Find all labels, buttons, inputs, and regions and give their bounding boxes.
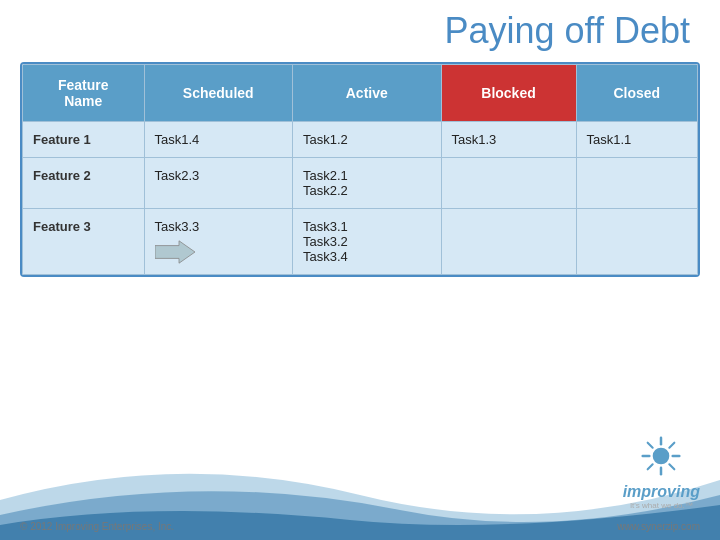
svg-line-8 xyxy=(670,464,675,469)
arrow-icon xyxy=(155,240,195,264)
logo-sunburst xyxy=(636,431,686,481)
header-closed: Closed xyxy=(576,65,698,122)
feature-2-name: Feature 2 xyxy=(23,158,145,209)
table-row: Feature 3 Task3.3 Task3.1Task3.2Task3.4 xyxy=(23,209,698,275)
footer-url: www.synerzip.com xyxy=(617,521,700,532)
svg-marker-0 xyxy=(155,241,195,263)
logo-tagline: It's what we do.™ xyxy=(630,501,693,510)
svg-line-7 xyxy=(648,443,653,448)
feature-2-scheduled: Task2.3 xyxy=(144,158,293,209)
svg-point-1 xyxy=(653,448,670,465)
header-active: Active xyxy=(293,65,442,122)
logo-area: improving It's what we do.™ xyxy=(623,431,700,510)
feature-3-scheduled: Task3.3 xyxy=(144,209,293,275)
header-blocked: Blocked xyxy=(441,65,576,122)
feature-1-name: Feature 1 xyxy=(23,122,145,158)
feature-3-blocked xyxy=(441,209,576,275)
content-wrapper: Paying off Debt FeatureName Scheduled Ac… xyxy=(0,0,720,277)
feature-1-active: Task1.2 xyxy=(293,122,442,158)
svg-line-6 xyxy=(670,443,675,448)
feature-2-blocked xyxy=(441,158,576,209)
feature-3-closed xyxy=(576,209,698,275)
page-title: Paying off Debt xyxy=(20,10,700,62)
feature-1-blocked: Task1.3 xyxy=(441,122,576,158)
header-scheduled: Scheduled xyxy=(144,65,293,122)
table-row: Feature 2 Task2.3 Task2.1Task2.2 xyxy=(23,158,698,209)
logo-text: improving xyxy=(623,483,700,501)
feature-3-active: Task3.1Task3.2Task3.4 xyxy=(293,209,442,275)
feature-1-scheduled: Task1.4 xyxy=(144,122,293,158)
table-container: FeatureName Scheduled Active Blocked Clo… xyxy=(20,62,700,277)
feature-1-closed: Task1.1 xyxy=(576,122,698,158)
table-header-row: FeatureName Scheduled Active Blocked Clo… xyxy=(23,65,698,122)
feature-2-closed xyxy=(576,158,698,209)
header-feature: FeatureName xyxy=(23,65,145,122)
footer-copyright: © 2012 Improving Enterprises, Inc. xyxy=(20,521,174,532)
footer: © 2012 Improving Enterprises, Inc. www.s… xyxy=(20,521,700,532)
main-table: FeatureName Scheduled Active Blocked Clo… xyxy=(22,64,698,275)
feature-2-active: Task2.1Task2.2 xyxy=(293,158,442,209)
table-row: Feature 1 Task1.4 Task1.2 Task1.3 Task1.… xyxy=(23,122,698,158)
svg-line-9 xyxy=(648,464,653,469)
feature-3-name: Feature 3 xyxy=(23,209,145,275)
